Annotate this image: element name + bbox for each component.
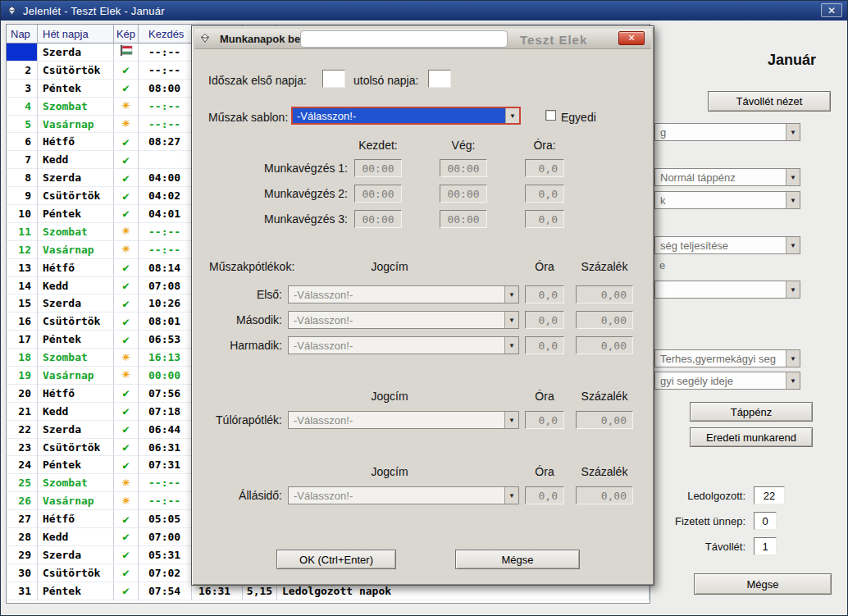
chevron-down-icon: ▼ [504,286,518,303]
megse-button-main[interactable]: Mégse [694,573,832,595]
icon-cell: ✔ [114,439,139,457]
day-number-cell: 19 [7,367,38,385]
start-time-cell: --:-- [139,223,192,241]
muszak-sablon-select[interactable]: -Válasszon!- ▼ [291,107,521,125]
fizetett-unnep-label: Fizetett ünnep: [649,515,745,527]
day-number-cell: 14 [7,277,38,295]
day-number-cell: 10 [7,205,38,223]
day-number-cell: 6 [7,133,38,151]
start-time-cell: 07:18 [139,403,192,421]
weekday-cell: Vasárnap [38,492,114,510]
icon-cell: ✔ [114,205,139,223]
icon-cell: ☀ [114,116,139,134]
weekday-cell: Vasárnap [38,241,114,259]
tulorapotlek-ora-field: 0,0 [525,411,564,429]
icon-cell: ✔ [114,564,139,582]
start-time-cell: 04:00 [139,169,192,187]
tavollet-nezet-button[interactable]: Távollét nézet [708,91,831,112]
chevron-down-icon[interactable]: ▼ [786,124,800,140]
icon-cell: ✔ [114,294,139,313]
start-time-cell: --:-- [139,492,192,510]
icon-cell: ☀ [114,241,139,259]
day-number-cell: 4 [7,98,38,116]
day-number-cell: 9 [7,187,38,205]
check-icon: ✔ [122,261,129,274]
period-last-input[interactable] [428,70,451,88]
month-title: Január [768,52,816,69]
chevron-down-icon[interactable]: ▼ [786,237,800,253]
close-icon[interactable]: ✕ [821,3,842,17]
day-number-cell: 31 [7,582,38,600]
masodik-value: -Válasszon!- [289,314,353,326]
chevron-down-icon[interactable]: ▼ [786,169,800,185]
tappenz-button[interactable]: Táppénz [690,402,813,422]
megse-button-dialog[interactable]: Mégse [455,550,580,569]
icon-cell: ✔ [114,528,139,546]
tulorapotlek-value: -Válasszon!- [289,414,353,427]
dialog-close-button[interactable]: ✕ [618,31,645,45]
start-time-cell: 06:53 [139,331,192,349]
szazalek-header-1: Százalék [576,260,633,273]
start-time-cell: --:-- [139,116,192,134]
rp-combo-2[interactable]: Normál táppénz ▼ [654,168,800,186]
rp-combo-1[interactable]: g ▼ [654,123,800,141]
sun-icon: ☀ [122,242,130,257]
period-first-input[interactable] [322,70,345,88]
start-time-cell: --:-- [139,62,192,80]
col-header-kep[interactable]: Kép [114,25,139,43]
check-icon: ✔ [122,297,129,310]
chevron-down-icon[interactable]: ▼ [786,281,800,298]
check-icon: ✔ [122,315,129,328]
masodik-szazalek-field: 0,00 [576,311,633,329]
start-time-cell: 07:31 [139,456,192,474]
harmadik-label: Harmadik: [208,339,282,352]
sun-icon: ☀ [122,350,130,365]
icon-cell: ✔ [114,546,139,564]
icon-cell: ✔ [114,169,139,187]
employee-combobox-remnant [300,30,508,48]
chevron-down-icon[interactable]: ▼ [505,108,519,123]
veg-header: Vég: [440,139,487,152]
icon-cell: ☀ [114,223,139,241]
chevron-down-icon[interactable]: ▼ [786,372,800,389]
col-header-nap[interactable]: Nap [7,25,38,43]
rp-combo-3[interactable]: k ▼ [654,191,800,209]
start-time-cell: 05:31 [139,546,192,564]
work2-ora-field: 0,0 [525,185,564,203]
check-icon: ✔ [122,548,129,561]
employee-name-remnant: Teszt Elek [520,33,587,47]
rp-combo-4[interactable]: ség teljesítése ▼ [654,236,800,254]
check-icon: ✔ [122,440,129,454]
day-number-cell: 18 [7,349,38,367]
rp-combo-5[interactable]: ▼ [654,281,800,299]
work2-label: Munkavégzés 2: [208,187,348,200]
icon-cell: ✔ [114,187,139,205]
col-header-het-napja[interactable]: Hét napja [38,25,114,43]
start-time-cell: 08:01 [139,313,192,331]
chevron-down-icon[interactable]: ▼ [786,350,800,367]
chevron-down-icon[interactable]: ▼ [786,192,800,208]
window-title: Jelenlét - Teszt Elek - Január [23,5,165,17]
day-number-cell: 7 [7,151,38,169]
kezdet-header: Kezdet: [354,139,402,152]
check-icon: ✔ [122,584,129,597]
start-time-cell: --:-- [139,474,192,492]
rp-combo-7[interactable]: gyi segély ideje ▼ [654,372,800,390]
egyedi-checkbox[interactable] [545,110,556,121]
start-time-cell: 08:14 [139,259,192,277]
sun-icon: ☀ [122,494,130,509]
day-number-cell: 3 [7,80,38,98]
weekday-cell: Szombat [38,474,114,492]
day-number-cell: 15 [7,294,38,313]
szazalek-header-2: Százalék [576,390,633,403]
check-icon: ✔ [122,513,129,526]
sun-icon: ☀ [122,116,130,131]
allasido-value: -Válasszon!- [289,490,353,502]
start-time-cell: 04:02 [139,187,192,205]
rp-combo-6[interactable]: Terhes,gyermekágyi seg ▼ [654,349,800,367]
check-icon: ✔ [122,279,129,292]
col-header-kezdes[interactable]: Kezdés [139,25,192,43]
munkanapok-dialog: Munkanapok beállítása ✕ Időszak első nap… [191,25,654,586]
eredeti-munkarend-button[interactable]: Eredeti munkarend [690,427,813,447]
ok-button[interactable]: OK (Ctrl+Enter) [276,550,396,569]
